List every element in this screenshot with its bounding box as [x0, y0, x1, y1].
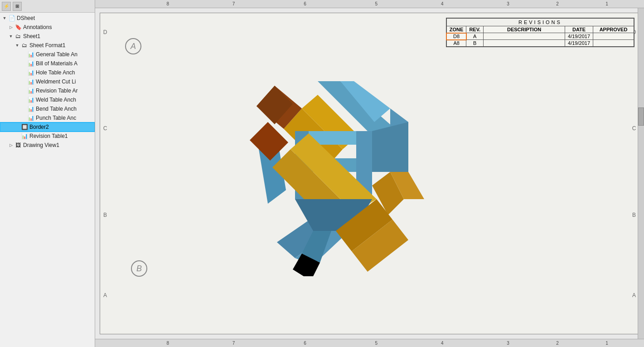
zone-b-left: B: [101, 212, 109, 218]
weldtable-icon: 📊: [27, 96, 34, 103]
ruler-bottom: 8 7 6 5 4 3 2 1: [95, 339, 644, 347]
expand-sheetformat: ▼: [15, 43, 20, 48]
ruler-bottom-4: 4: [441, 341, 444, 346]
area-label-a: A: [125, 38, 141, 54]
tree-item-weldment[interactable]: ▷ 📊 Weldment Cut Li: [0, 77, 95, 86]
ruler-mark-3: 3: [507, 1, 509, 6]
ruler-bottom-2: 2: [556, 341, 559, 346]
expand-annotations: ▷: [8, 24, 14, 30]
revisiontable1-icon: 📊: [21, 132, 28, 140]
sheet-icon: 📄: [8, 15, 15, 22]
annotation-icon: 🔖: [15, 24, 22, 31]
col-header-rev: REV.: [466, 26, 484, 33]
bom-icon: 📊: [27, 60, 34, 67]
tree-item-revisiontable1[interactable]: ▷ 📊 Revision Table1: [0, 132, 95, 141]
shape-svg: [213, 59, 440, 276]
format-icon: 🗂: [21, 42, 28, 49]
tree-item-annotations[interactable]: ▷ 🔖 Annotations: [0, 23, 95, 32]
zone-c-left: C: [101, 125, 109, 132]
revision-row1-zone: D8: [446, 33, 466, 40]
drawing-sheet: D C B A D C B A A B REVISIONS: [95, 8, 644, 339]
revision-row2-date: 4/19/2017: [565, 40, 593, 47]
tree-item-sheet1[interactable]: ▼ 🗂 Sheet1: [0, 32, 95, 41]
revisiontable-ar-icon: 📊: [27, 87, 34, 94]
revision-row1-date: 4/19/2017: [565, 33, 593, 40]
ruler-top: 8 7 6 5 4 3 2 1: [95, 0, 644, 8]
revision-row1-rev: A: [466, 33, 484, 40]
ruler-bottom-3: 3: [507, 341, 509, 346]
tree-label-bendtable: Bend Table Anch: [36, 106, 77, 112]
ruler-mark-1: 1: [605, 1, 608, 6]
revision-row2-description: [484, 40, 565, 47]
tree-label-weldment: Weldment Cut Li: [36, 78, 76, 85]
revision-row2-zone: A8: [446, 40, 466, 47]
tree-label-border2: Border2: [29, 124, 49, 130]
zone-a-left: A: [101, 292, 109, 298]
zone-a-right: A: [630, 292, 638, 298]
ruler-mark-5: 5: [375, 1, 378, 6]
punchtable-icon: 📊: [27, 114, 34, 122]
ruler-bottom-6: 6: [304, 341, 306, 346]
expand-sheet1: ▼: [8, 34, 14, 39]
tree-item-generaltable[interactable]: ▷ 📊 General Table An: [0, 50, 95, 59]
zone-c-right: C: [630, 125, 638, 132]
scroll-thumb[interactable]: [638, 108, 644, 126]
toolbar: ⚡ ⊞: [0, 0, 95, 13]
sheet-inner: D C B A D C B A A B REVISIONS: [100, 13, 639, 334]
ruler-mark-2: 2: [556, 1, 559, 6]
tree-item-dsheet[interactable]: ▼ 📄 DSheet: [0, 14, 95, 23]
border2-icon: 🔲: [21, 123, 28, 131]
tree-item-holetable[interactable]: ▷ 📊 Hole Table Anch: [0, 68, 95, 77]
revision-row1-description: [484, 33, 565, 40]
expand-drawingview: ▷: [8, 142, 14, 148]
tree-item-border2[interactable]: ▷ 🔲 Border2: [0, 122, 95, 132]
tree-item-sheetformat[interactable]: ▼ 🗂 Sheet Format1: [0, 41, 95, 50]
revision-row2-rev: B: [466, 40, 484, 47]
weldment-icon: 📊: [27, 78, 34, 85]
tree-item-weldtable[interactable]: ▷ 📊 Weld Table Anch: [0, 95, 95, 104]
tree-panel: ▼ 📄 DSheet ▷ 🔖 Annotations ▼ 🗂 Sheet1 ▼ …: [0, 13, 95, 347]
revision-row1-approved: [593, 33, 634, 40]
main-drawing-area: 8 7 6 5 4 3 2 1 D C B A D C B A A B: [95, 0, 644, 347]
tree-label-punchtable: Punch Table Anc: [36, 115, 76, 121]
revision-table-content: REVISIONS ZONE REV. DESCRIPTION DATE APP…: [446, 18, 634, 47]
ruler-bottom-8: 8: [166, 341, 169, 346]
tree-label-revisiontable-ar: Revision Table Ar: [36, 88, 78, 94]
col-header-approved: APPROVED: [593, 26, 634, 33]
zone-b-right: B: [630, 212, 638, 218]
generaltable-icon: 📊: [27, 51, 34, 58]
drawingview-icon: 🖼: [15, 142, 22, 149]
tree-label-sheet1: Sheet1: [23, 33, 40, 39]
grid-icon[interactable]: ⊞: [13, 2, 22, 11]
col-header-description: DESCRIPTION: [484, 26, 565, 33]
expand-dsheet: ▼: [2, 15, 7, 21]
tree-item-drawingview1[interactable]: ▷ 🖼 Drawing View1: [0, 141, 95, 150]
zone-d-left: D: [101, 29, 109, 35]
ruler-bottom-7: 7: [232, 341, 235, 346]
tree-item-bom[interactable]: ▷ 📊 Bill of Materials A: [0, 59, 95, 68]
tree-label-sheetformat: Sheet Format1: [29, 42, 65, 49]
tree-label-dsheet: DSheet: [17, 15, 35, 21]
tree-item-punchtable[interactable]: ▷ 📊 Punch Table Anc: [0, 113, 95, 122]
ruler-mark-6: 6: [304, 1, 306, 6]
revision-row-1: D8 A 4/19/2017: [446, 33, 634, 40]
revision-row-2: A8 B 4/19/2017: [446, 40, 634, 47]
bendtable-icon: 📊: [27, 105, 34, 112]
vertical-scrollbar[interactable]: [638, 8, 644, 339]
sheet1-icon: 🗂: [15, 33, 22, 40]
ruler-mark-8: 8: [166, 1, 169, 6]
ruler-bottom-5: 5: [375, 341, 378, 346]
filter-icon[interactable]: ⚡: [2, 2, 11, 11]
tree-item-revisiontable-ar[interactable]: ▷ 📊 Revision Table Ar: [0, 86, 95, 95]
tree-label-annotations: Annotations: [23, 24, 52, 30]
col-header-date: DATE: [565, 26, 593, 33]
tree-label-bom: Bill of Materials A: [36, 60, 77, 67]
tree-item-bendtable[interactable]: ▷ 📊 Bend Table Anch: [0, 104, 95, 113]
revision-table-title: REVISIONS: [446, 19, 634, 26]
drawing-shape: [213, 59, 440, 276]
brown-upper: [250, 122, 288, 161]
ruler-mark-4: 4: [441, 1, 444, 6]
left-panel: ⚡ ⊞ ▼ 📄 DSheet ▷ 🔖 Annotations ▼ 🗂 Sheet…: [0, 0, 95, 347]
revision-row2-approved: [593, 40, 634, 47]
tree-label-drawingview1: Drawing View1: [23, 142, 59, 148]
